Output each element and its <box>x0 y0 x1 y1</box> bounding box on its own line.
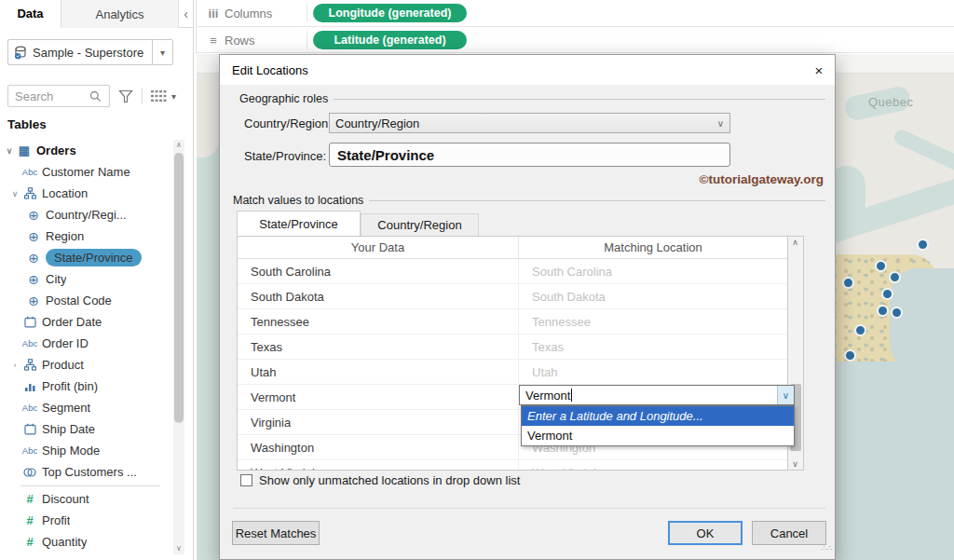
table-row[interactable]: South CarolinaSouth Carolina <box>238 259 787 284</box>
scroll-up-icon[interactable]: ∧ <box>788 238 802 247</box>
field-profit[interactable]: # Profit <box>0 510 172 531</box>
globe-icon: ⊕ <box>24 294 43 307</box>
field-quantity[interactable]: # Quantity <box>0 531 172 553</box>
fields-tree: ∨ ▦ Orders Abc Customer Name ∨ Location … <box>0 140 172 553</box>
field-top-customers[interactable]: Top Customers ... <box>0 461 172 483</box>
field-label: Ship Date <box>42 422 95 436</box>
map-mark[interactable] <box>891 307 903 319</box>
map-mark[interactable] <box>854 324 866 336</box>
show-unmatched-checkbox-row: Show only unmatched locations in drop do… <box>240 473 520 487</box>
map-land <box>197 74 219 157</box>
shelf-divider <box>307 4 307 22</box>
rows-shelf[interactable]: ≡ Rows Latitude (generated) <box>197 28 954 53</box>
show-unmatched-checkbox[interactable] <box>240 474 252 486</box>
hierarchy-icon <box>20 359 39 371</box>
your-data-cell: West Virginia <box>238 460 519 471</box>
field-state-province[interactable]: ⊕ State/Province <box>0 247 172 268</box>
search-input[interactable] <box>15 89 89 103</box>
filter-funnel-icon[interactable] <box>118 89 133 103</box>
chevron-down-icon: ∨ <box>717 118 724 129</box>
map-mark[interactable] <box>842 277 854 289</box>
expander-down-icon[interactable]: ∨ <box>4 146 15 156</box>
table-row[interactable]: TexasTexas <box>238 335 787 360</box>
pane-divider[interactable] <box>193 0 194 560</box>
datasource-name: Sample - Superstore <box>33 46 143 60</box>
dropdown-item-enter-latlong[interactable]: Enter a Latitude and Longitude... <box>522 406 794 426</box>
datasource-selector[interactable]: Sample - Superstore ▾ <box>7 39 173 65</box>
field-ship-date[interactable]: Ship Date <box>0 418 172 440</box>
field-city[interactable]: ⊕ City <box>0 268 172 290</box>
matching-location-cell[interactable]: Utah <box>519 360 787 384</box>
map-mark[interactable] <box>844 349 856 362</box>
table-row[interactable]: South DakotaSouth Dakota <box>238 284 787 309</box>
map-mark[interactable] <box>877 305 889 317</box>
field-order-id[interactable]: Abc Order ID <box>0 333 172 354</box>
tab-analytics[interactable]: Analytics <box>61 0 179 28</box>
close-icon[interactable]: × <box>807 60 831 80</box>
map-mark[interactable] <box>881 288 893 300</box>
datasource-dropdown-icon[interactable]: ▾ <box>152 40 172 64</box>
field-customer-name[interactable]: Abc Customer Name <box>0 161 172 183</box>
rows-shelf-label: Rows <box>225 34 307 48</box>
pill-longitude-generated[interactable]: Longitude (generated) <box>313 4 467 22</box>
expander-right-icon[interactable]: › <box>9 361 20 370</box>
scroll-down-icon[interactable]: ∨ <box>788 459 802 469</box>
field-segment[interactable]: Abc Segment <box>0 397 172 418</box>
search-icon <box>89 90 102 102</box>
your-data-cell: Texas <box>238 335 519 359</box>
state-province-field[interactable]: State/Province <box>329 143 730 167</box>
scroll-up-icon[interactable]: ∧ <box>173 140 184 151</box>
your-data-cell: South Dakota <box>238 284 519 308</box>
map-view-left-sliver[interactable] <box>197 54 219 560</box>
table-row[interactable]: UtahUtah <box>238 360 787 385</box>
expander-down-icon[interactable]: ∨ <box>9 189 20 198</box>
cancel-button[interactable]: Cancel <box>752 521 826 545</box>
dialog-titlebar[interactable]: Edit Locations <box>220 55 835 85</box>
resize-grip[interactable]: ∴∴ <box>822 547 833 558</box>
field-product[interactable]: › Product <box>0 354 172 376</box>
vermont-match-combobox[interactable]: Vermont ∨ <box>519 385 795 405</box>
matching-location-cell[interactable]: Texas <box>519 335 787 359</box>
combobox-chevron-down-icon[interactable]: ∨ <box>777 386 794 404</box>
field-ship-mode[interactable]: Abc Ship Mode <box>0 440 172 461</box>
pill-latitude-generated[interactable]: Latitude (generated) <box>313 31 467 49</box>
field-postal-code[interactable]: ⊕ Postal Code <box>0 290 172 311</box>
field-label: Discount <box>42 492 89 506</box>
table-row[interactable]: TennesseeTennessee <box>238 309 787 335</box>
map-mark[interactable] <box>917 239 929 251</box>
matching-location-cell[interactable]: Tennessee <box>519 309 787 334</box>
map-mark[interactable] <box>875 260 887 272</box>
scrollbar-thumb[interactable] <box>174 153 184 423</box>
matching-location-cell[interactable]: West Virginia <box>519 460 787 471</box>
field-country-region[interactable]: ⊕ Country/Regi... <box>0 204 172 225</box>
country-region-dropdown[interactable]: Country/Region ∨ <box>329 113 730 133</box>
field-label: Segment <box>42 401 90 415</box>
map-mark[interactable] <box>889 271 901 283</box>
field-order-date[interactable]: Order Date <box>0 311 172 333</box>
matching-location-cell[interactable]: South Carolina <box>519 259 787 283</box>
scroll-down-icon[interactable]: ∨ <box>173 543 184 554</box>
field-location[interactable]: ∨ Location <box>0 183 172 204</box>
matching-location-cell[interactable]: South Dakota <box>519 284 787 308</box>
field-label-selected[interactable]: State/Province <box>46 249 142 266</box>
view-grid-icon[interactable] <box>151 90 167 102</box>
dropdown-item-vermont[interactable]: Vermont <box>522 426 794 445</box>
map-view[interactable]: Quebec <box>836 54 954 560</box>
field-profit-bin[interactable]: Profit (bin) <box>0 376 172 397</box>
pane-collapse-icon[interactable]: ‹ <box>179 0 193 27</box>
reset-matches-button[interactable]: Reset Matches <box>232 521 320 545</box>
footer-divider <box>233 508 825 509</box>
field-region[interactable]: ⊕ Region <box>0 225 172 247</box>
table-row[interactable]: West VirginiaWest Virginia <box>238 460 787 471</box>
field-label: Profit <box>42 513 70 527</box>
tab-state-province[interactable]: State/Province <box>237 211 361 236</box>
tab-data[interactable]: Data <box>0 0 61 28</box>
view-options-caret-icon[interactable]: ▾ <box>171 91 176 102</box>
fields-scrollbar[interactable]: ∧ ∨ <box>173 140 184 554</box>
ok-button[interactable]: OK <box>668 521 743 545</box>
field-orders[interactable]: ∨ ▦ Orders <box>0 140 172 161</box>
tab-country-region[interactable]: Country/Region <box>361 213 479 236</box>
field-discount[interactable]: # Discount <box>0 488 172 510</box>
rows-shelf-icon: ≡ <box>206 34 221 48</box>
columns-shelf[interactable]: iii Columns Longitude (generated) <box>197 0 954 27</box>
